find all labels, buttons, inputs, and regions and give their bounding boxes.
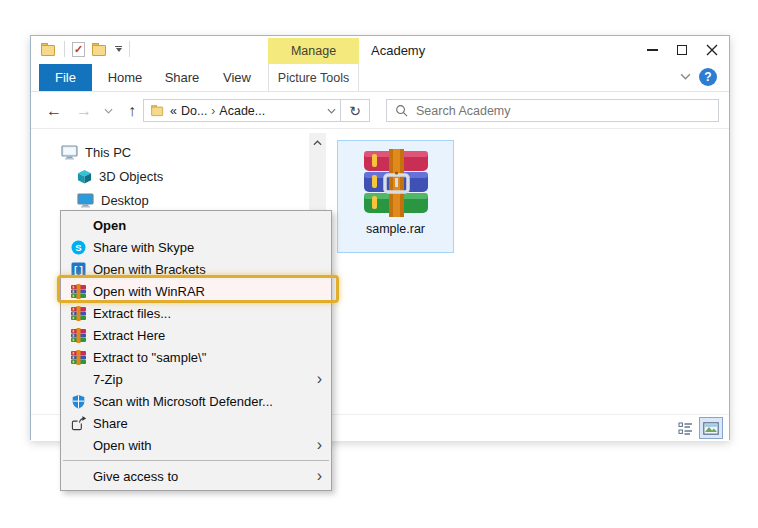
menu-item-share[interactable]: Share [61, 412, 331, 434]
navigation-toolbar: ← → ↑ « Do... › Acade... ↻ [31, 92, 729, 129]
close-icon [706, 44, 718, 56]
breadcrumb-current[interactable]: Acade... [219, 104, 265, 118]
menu-item-extract-to-sample[interactable]: Extract to "sample\" [61, 346, 331, 368]
this-pc-icon [61, 145, 78, 160]
tab-home[interactable]: Home [99, 64, 151, 91]
menu-item-extract-files[interactable]: Extract files... [61, 302, 331, 324]
minimize-button[interactable] [637, 36, 667, 64]
up-button[interactable]: ↑ [119, 92, 145, 129]
divider [64, 41, 65, 57]
window-controls [637, 36, 727, 64]
context-menu: Open S Share with Skype [] Open with Bra… [60, 210, 332, 491]
thumbnail-view-icon [703, 422, 719, 435]
sidebar-item-label: This PC [85, 145, 131, 160]
thumbnail-view-button[interactable] [699, 417, 723, 439]
tab-picture-tools[interactable]: Picture Tools [268, 64, 359, 91]
svg-text:S: S [75, 242, 81, 253]
tab-file[interactable]: File [39, 64, 92, 91]
sidebar-item-3d-objects[interactable]: 3D Objects [77, 167, 163, 185]
menu-item-give-access-to[interactable]: Give access to › [61, 465, 331, 487]
menu-separator [63, 460, 329, 461]
collapse-ribbon-icon[interactable] [680, 73, 691, 80]
ribbon-tab-row: File Home Share View Picture Tools ? [31, 64, 729, 92]
winrar-icon [70, 283, 86, 299]
menu-item-open-with-winrar[interactable]: Open with WinRAR [61, 280, 331, 302]
search-icon [395, 104, 408, 117]
brackets-icon: [] [70, 261, 86, 277]
menu-item-open-with-brackets[interactable]: [] Open with Brackets [61, 258, 331, 280]
forward-button: → [71, 92, 97, 129]
sidebar-item-label: Desktop [101, 193, 149, 208]
recent-locations-icon[interactable] [99, 92, 117, 129]
address-dropdown-icon[interactable] [327, 108, 336, 114]
search-input[interactable]: Search Academy [386, 99, 719, 122]
3d-objects-icon [77, 169, 92, 184]
submenu-arrow-icon: › [317, 437, 322, 453]
share-icon [70, 415, 86, 431]
desktop-icon [77, 193, 94, 208]
sidebar-item-desktop[interactable]: Desktop [77, 191, 149, 209]
details-view-icon [678, 422, 693, 435]
manage-contextual-tab[interactable]: Manage [268, 38, 359, 64]
new-folder-icon[interactable] [92, 43, 108, 56]
title-bar: Manage Academy [31, 36, 729, 64]
menu-item-open-with[interactable]: Open with › [61, 434, 331, 456]
menu-item-open[interactable]: Open [61, 214, 331, 236]
address-bar[interactable]: « Do... › Acade... ↻ [143, 99, 370, 122]
breadcrumb-separator[interactable]: › [211, 104, 215, 118]
submenu-arrow-icon: › [317, 468, 322, 484]
window-title: Academy [371, 43, 425, 58]
winrar-icon [70, 305, 86, 321]
details-view-button[interactable] [673, 417, 697, 439]
quick-access-toolbar [41, 41, 130, 57]
help-button[interactable]: ? [699, 68, 717, 86]
tab-share[interactable]: Share [157, 64, 207, 91]
breadcrumb-overflow[interactable]: « [170, 104, 177, 118]
properties-icon[interactable] [72, 42, 85, 57]
svg-text:[]: [] [73, 266, 84, 276]
submenu-arrow-icon: › [317, 371, 322, 387]
menu-item-extract-here[interactable]: Extract Here [61, 324, 331, 346]
defender-shield-icon [70, 393, 86, 409]
scroll-up-icon[interactable] [309, 136, 326, 150]
back-button[interactable]: ← [41, 92, 67, 129]
winrar-file-icon [360, 149, 432, 217]
skype-icon: S [70, 239, 86, 255]
menu-item-share-with-skype[interactable]: S Share with Skype [61, 236, 331, 258]
sidebar-item-label: 3D Objects [99, 169, 163, 184]
close-button[interactable] [697, 36, 727, 64]
file-name-label: sample.rar [366, 222, 425, 236]
menu-item-scan-with-defender[interactable]: Scan with Microsoft Defender... [61, 390, 331, 412]
divider [129, 41, 130, 57]
window-folder-icon [41, 43, 57, 56]
sidebar-item-this-pc[interactable]: This PC [61, 143, 131, 161]
breadcrumb-parent[interactable]: Do... [181, 104, 207, 118]
customize-quick-access-icon[interactable] [115, 46, 122, 53]
file-sample-rar[interactable]: sample.rar [337, 140, 454, 253]
winrar-icon [70, 327, 86, 343]
address-folder-icon [151, 105, 165, 116]
menu-item-7zip[interactable]: 7-Zip › [61, 368, 331, 390]
refresh-button[interactable]: ↻ [341, 99, 370, 122]
maximize-button[interactable] [667, 36, 697, 64]
tab-view[interactable]: View [213, 64, 261, 91]
winrar-icon [70, 349, 86, 365]
search-placeholder: Search Academy [416, 104, 511, 118]
